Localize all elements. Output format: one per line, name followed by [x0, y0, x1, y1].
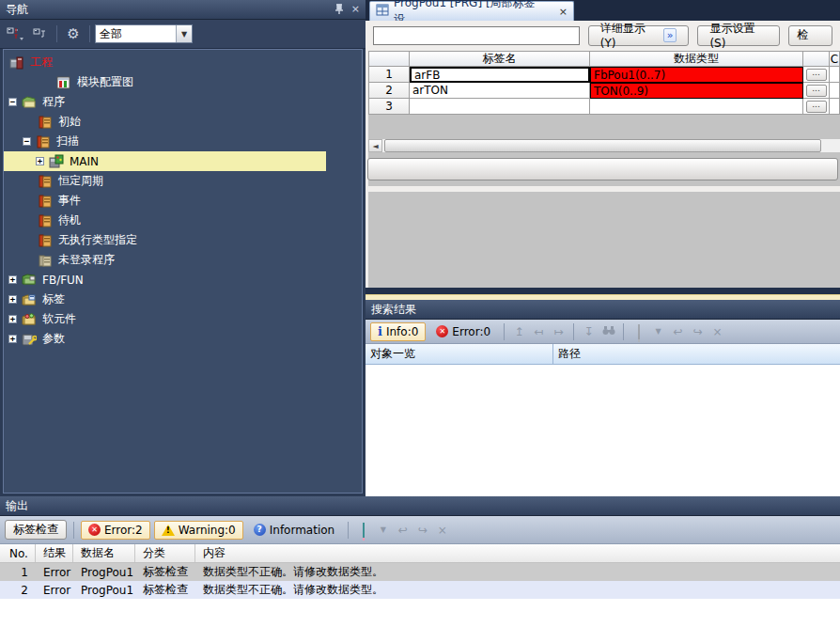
tree-item-module-config[interactable]: 模块配置图 [4, 72, 362, 92]
parameter-icon [22, 332, 37, 347]
search-results-content[interactable] [366, 365, 840, 496]
label-filter-input[interactable] [373, 26, 580, 45]
goto-previous-icon[interactable]: ↤ [531, 325, 547, 338]
toolbar-separator [56, 25, 57, 42]
grid-cell-cut[interactable] [830, 99, 840, 115]
grid-row-number[interactable]: 3 [368, 99, 410, 115]
column-category[interactable]: 分类 [135, 544, 195, 562]
jump-clear-icon[interactable]: ⨯ [709, 325, 725, 338]
collapse-icon[interactable]: − [23, 137, 31, 146]
info-filter-button[interactable]: i Info:0 [370, 322, 426, 341]
highlight-swatch-icon[interactable] [630, 325, 646, 338]
horizontal-scrollbar[interactable]: ◄ [368, 139, 840, 152]
device-folder-icon [22, 312, 37, 327]
gear-icon[interactable]: ⚙ [62, 24, 85, 44]
label-check-button[interactable]: 标签检查 [5, 520, 67, 540]
scroll-left-icon[interactable]: ◄ [368, 139, 382, 152]
column-path[interactable]: 路径 [553, 346, 581, 362]
warning-filter-button[interactable]: Warning:0 [154, 521, 243, 540]
grid-cell-data-type-error[interactable]: FbPou1(0..7) [590, 67, 803, 83]
column-object-list[interactable]: 对象一览 [366, 344, 553, 364]
output-row[interactable]: 2 Error ProgPou1 标签检查 数据类型不正确。请修改数据类型。 [0, 581, 840, 599]
chevron-down-icon[interactable]: ▼ [375, 525, 391, 534]
editor-bottom-bar [367, 158, 838, 180]
column-result[interactable]: 结果 [36, 544, 73, 562]
search-results-title: 搜索结果 [371, 302, 416, 318]
tree-item-fixed-cycle[interactable]: 恒定周期 [4, 171, 362, 191]
expand-icon[interactable]: + [8, 335, 17, 343]
error-icon: ✕ [88, 524, 101, 536]
highlight-swatch-icon[interactable] [355, 524, 371, 537]
jump-clear-icon[interactable]: ⨯ [434, 524, 450, 537]
grid-cell-label-name[interactable] [410, 99, 590, 115]
tree-item-parameter[interactable]: + 参数 [4, 329, 362, 349]
detail-display-button[interactable]: 详细显示(Y) » [588, 25, 690, 46]
error-filter-button[interactable]: ✕ Error:2 [81, 521, 150, 540]
jump-next-icon[interactable]: ↪ [690, 325, 706, 338]
goto-next-icon[interactable]: ↦ [551, 325, 567, 338]
tree-item-initial[interactable]: 初始 [4, 112, 362, 132]
tree-item-main[interactable]: + MAIN [4, 151, 326, 171]
grid-header-blank [803, 51, 830, 67]
grid-cell-cut[interactable] [830, 67, 840, 83]
collapse-icon[interactable]: − [8, 98, 17, 106]
ellipsis-button[interactable]: ... [806, 101, 827, 113]
goto-first-icon[interactable]: ↥ [511, 325, 527, 338]
tree-item-unregistered[interactable]: 未登录程序 [4, 250, 362, 270]
jump-previous-icon[interactable]: ↩ [670, 325, 686, 338]
navigation-panel: 导航 × ⚙ 全部 ▼ 工程 模块配置图 [0, 0, 366, 496]
search-results-titlebar: 搜索结果 [366, 300, 840, 320]
column-no[interactable]: No. [0, 544, 36, 562]
tree-filter-dropdown[interactable]: 全部 ▼ [95, 24, 193, 43]
chevron-down-icon: ▼ [176, 25, 192, 42]
tree-item-project[interactable]: 工程 [4, 53, 362, 72]
jump-previous-icon[interactable]: ↩ [395, 524, 411, 537]
tree-item-event[interactable]: 事件 [4, 191, 362, 211]
grid-header-label-name[interactable]: 标签名 [410, 51, 590, 67]
goto-last-icon[interactable]: ↧ [581, 325, 597, 338]
output-row[interactable]: 1 Error ProgPou1 标签检查 数据类型不正确。请修改数据类型。 [0, 563, 840, 581]
check-button[interactable]: 检 [788, 25, 832, 46]
display-settings-button[interactable]: 显示设置(S) [697, 25, 780, 46]
tree-display-mode-icon[interactable] [4, 24, 26, 44]
grid-header-data-type[interactable]: 数据类型 [590, 51, 803, 67]
expand-icon[interactable]: + [8, 315, 17, 323]
grid-cell-label-name[interactable]: arTON [410, 83, 590, 99]
close-icon[interactable]: × [351, 4, 360, 16]
output-table-header: No. 结果 数据名 分类 内容 [0, 544, 840, 563]
jump-next-icon[interactable]: ↪ [414, 524, 430, 537]
tree-item-scan[interactable]: − 扫描 [4, 132, 362, 151]
toolbar-separator [348, 522, 349, 539]
navigation-title: 导航 [6, 2, 28, 18]
ellipsis-button[interactable]: ... [806, 69, 827, 81]
error-filter-button[interactable]: ✕ Error:0 [429, 322, 497, 341]
expand-icon[interactable]: + [8, 295, 17, 304]
tab-progpou1-local-label[interactable]: ProgPou1 [PRG] [局部标签设... × [369, 1, 574, 21]
tree-item-fbfun[interactable]: + FB/FUN [4, 270, 362, 290]
column-content[interactable]: 内容 [195, 544, 840, 562]
tree-collapse-icon[interactable] [29, 24, 52, 44]
tree-item-no-exec-type[interactable]: 无执行类型指定 [4, 230, 362, 250]
grid-cell-data-type-error[interactable]: TON(0..9) [590, 83, 803, 99]
close-icon[interactable]: × [559, 6, 568, 18]
ellipsis-button[interactable]: ... [806, 85, 827, 97]
grid-row-number[interactable]: 2 [368, 83, 410, 99]
tree-item-standby[interactable]: 待机 [4, 211, 362, 230]
tree-item-device[interactable]: + 软元件 [4, 309, 362, 329]
chevron-down-icon[interactable]: ▼ [650, 327, 666, 336]
pin-icon[interactable] [334, 4, 344, 16]
grid-cell-data-type[interactable] [590, 99, 803, 115]
grid-corner-header [368, 51, 410, 67]
information-filter-button[interactable]: ? Information [247, 521, 341, 540]
column-data-name[interactable]: 数据名 [73, 544, 135, 562]
grid-cell-label-name[interactable]: arFB [410, 67, 590, 83]
tree-item-label-group[interactable]: + 标签 [4, 290, 362, 309]
scrollbar-thumb[interactable] [384, 139, 821, 152]
expand-icon[interactable]: + [8, 275, 17, 284]
grid-row-number[interactable]: 1 [368, 67, 410, 83]
expand-icon[interactable]: + [36, 157, 44, 165]
label-grid: 标签名 数据类型 C 1 arFB FbPou1(0..7) ... 2 arT… [368, 51, 840, 115]
tree-item-program[interactable]: − 程序 [4, 92, 362, 112]
binoculars-icon[interactable] [600, 325, 616, 338]
grid-cell-cut[interactable] [830, 83, 840, 99]
